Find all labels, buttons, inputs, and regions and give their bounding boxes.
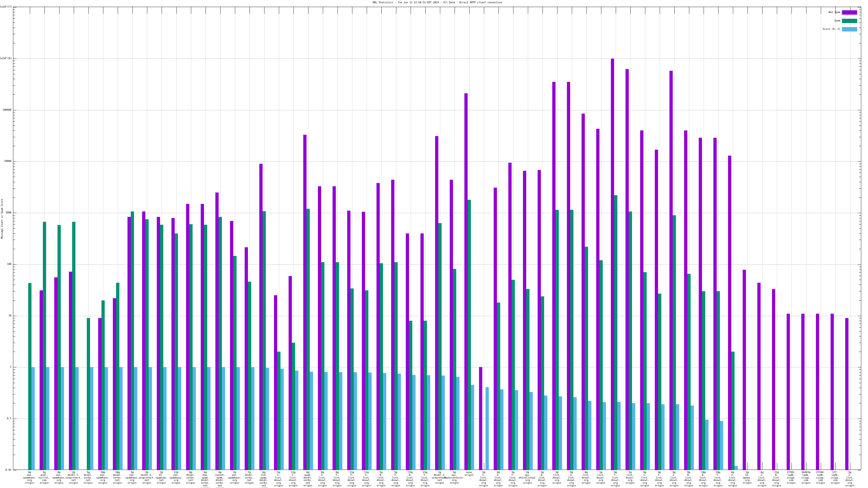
bar-spam bbox=[629, 212, 632, 470]
bar-spam bbox=[526, 289, 529, 470]
legend-item-score: Score (0..1) bbox=[798, 27, 857, 32]
y-minor-tick-left bbox=[13, 182, 15, 182]
x-top-tick bbox=[411, 7, 411, 14]
x-top-tick bbox=[293, 7, 294, 14]
y-minor-tick-right bbox=[859, 115, 861, 115]
x-tick-label: 5@ 2. list. dnswl. org origin bbox=[836, 471, 863, 487]
bar-score bbox=[149, 367, 152, 470]
y-minor-tick-right bbox=[859, 228, 861, 229]
bar-not-spam bbox=[596, 129, 599, 470]
bar-score bbox=[295, 370, 299, 470]
y-tick-label: 0.01 bbox=[0, 468, 11, 471]
bar-score bbox=[515, 390, 518, 470]
y-minor-tick-right bbox=[859, 331, 861, 332]
x-top-tick bbox=[572, 7, 572, 14]
y-minor-tick-right bbox=[859, 28, 861, 28]
y-tick-label: 0.1 bbox=[0, 417, 11, 420]
bar-score bbox=[559, 396, 562, 470]
bar-spam bbox=[101, 300, 105, 470]
x-top-tick bbox=[704, 7, 704, 14]
bar-not-spam bbox=[40, 290, 43, 470]
bar-score bbox=[178, 367, 181, 470]
y-minor-tick-right bbox=[859, 177, 861, 177]
bar-score bbox=[632, 403, 635, 470]
y-minor-tick-left bbox=[13, 424, 15, 424]
bar-spam bbox=[541, 296, 544, 470]
y-major-tick-left bbox=[13, 367, 17, 367]
x-top-tick bbox=[645, 7, 645, 14]
x-top-tick bbox=[396, 7, 396, 14]
bar-score bbox=[368, 372, 372, 470]
y-minor-tick-right bbox=[859, 118, 861, 118]
x-gridline bbox=[484, 7, 484, 469]
bar-not-spam bbox=[611, 59, 614, 470]
legend-swatch-score bbox=[842, 27, 857, 31]
y-minor-tick-right bbox=[859, 130, 861, 131]
y-minor-tick-left bbox=[13, 434, 15, 434]
y-major-tick-right bbox=[858, 59, 861, 59]
y-minor-tick-left bbox=[13, 375, 15, 376]
y-minor-tick-right bbox=[859, 9, 861, 10]
plot-area bbox=[13, 7, 861, 470]
y-minor-tick-left bbox=[13, 166, 15, 167]
y-major-tick-right bbox=[858, 316, 861, 316]
y-minor-tick-left bbox=[13, 372, 15, 372]
bar-not-spam bbox=[362, 212, 365, 470]
bar-spam bbox=[380, 263, 383, 470]
y-tick-label: 100000 bbox=[0, 108, 11, 111]
legend-label-score: Score (0..1) bbox=[823, 28, 840, 30]
x-gridline bbox=[850, 7, 850, 469]
y-minor-tick-right bbox=[859, 164, 861, 164]
y-minor-tick-left bbox=[13, 19, 15, 19]
bar-not-spam bbox=[333, 186, 336, 470]
y-tick-label: 100 bbox=[0, 263, 11, 265]
y-minor-tick-left bbox=[13, 369, 15, 370]
bar-not-spam bbox=[831, 314, 834, 470]
y-major-tick-right bbox=[858, 110, 861, 110]
bar-spam bbox=[731, 352, 735, 470]
bar-score bbox=[500, 389, 503, 470]
x-top-tick bbox=[206, 7, 206, 14]
y-minor-tick-right bbox=[859, 19, 861, 19]
legend-label-spam: Spam bbox=[834, 19, 840, 22]
y-minor-tick-left bbox=[13, 9, 15, 10]
rbl-statistics-chart: RBL Statistics - Tue Jun 11 12:58:23 EDT… bbox=[0, 0, 868, 488]
y-minor-tick-left bbox=[13, 439, 15, 440]
x-bottom-tick bbox=[850, 463, 850, 469]
bar-not-spam bbox=[303, 135, 307, 470]
y-minor-tick-right bbox=[859, 300, 861, 301]
bar-not-spam bbox=[259, 164, 262, 470]
x-top-tick bbox=[674, 7, 675, 14]
bar-spam bbox=[453, 269, 456, 470]
bar-not-spam bbox=[318, 186, 321, 470]
bar-score bbox=[486, 387, 489, 470]
y-minor-tick-left bbox=[13, 228, 15, 229]
y-major-tick-left bbox=[13, 213, 17, 213]
bar-spam bbox=[673, 215, 676, 470]
y-minor-tick-left bbox=[13, 421, 15, 421]
bar-not-spam bbox=[538, 170, 541, 470]
bar-not-spam bbox=[245, 247, 248, 470]
bar-spam bbox=[233, 256, 237, 470]
y-minor-tick-right bbox=[859, 79, 861, 79]
y-major-tick-right bbox=[858, 470, 861, 470]
bar-score bbox=[90, 367, 93, 470]
y-minor-tick-left bbox=[13, 164, 15, 164]
x-top-tick bbox=[733, 7, 733, 14]
bar-score bbox=[617, 402, 621, 470]
y-minor-tick-left bbox=[13, 79, 15, 79]
bar-spam bbox=[643, 272, 647, 470]
bar-spam bbox=[570, 210, 574, 470]
bar-not-spam bbox=[699, 138, 702, 470]
bar-not-spam bbox=[801, 314, 805, 470]
bar-not-spam bbox=[684, 130, 687, 470]
y-minor-tick-right bbox=[859, 112, 861, 112]
bar-spam bbox=[189, 224, 193, 470]
bar-score bbox=[310, 372, 313, 470]
bar-score bbox=[383, 373, 386, 470]
y-minor-tick-left bbox=[13, 269, 15, 269]
bar-spam bbox=[658, 294, 661, 470]
bar-score bbox=[105, 367, 108, 470]
y-minor-tick-right bbox=[859, 173, 861, 173]
y-major-tick-right bbox=[858, 367, 861, 367]
